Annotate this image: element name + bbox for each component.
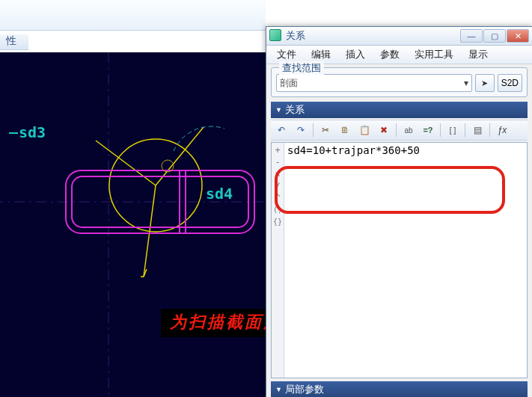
menu-params[interactable]: 参数 [376,46,404,63]
menu-file[interactable]: 文件 [272,46,301,63]
toolbar-separator [313,123,314,137]
side-tab-label[interactable]: 性 [0,34,28,50]
dim-label-sd4[interactable]: sd4 [206,185,233,203]
undo-button[interactable] [272,122,290,138]
minimize-button[interactable]: — [460,29,483,43]
toolbar-separator [440,123,441,137]
menu-show[interactable]: 显示 [464,46,492,63]
verify-icon [423,125,432,135]
brackets-icon [450,125,456,135]
find-scope-group: 查找范围 剖面 ▾ S2D [271,67,528,97]
scope-name-label: S2D [501,78,519,88]
menu-edit[interactable]: 编辑 [307,46,335,63]
relations-editor[interactable]: sd4=10+trajpar*360+50 [284,143,527,378]
toolbar-separator [396,123,397,137]
window-title: 关系 [286,29,305,43]
verify-button[interactable] [419,122,437,138]
paste-icon [359,125,370,135]
toolbar-separator [489,123,490,137]
dim-label-sd3[interactable]: sd3 [19,123,46,141]
svg-text:sd3: sd3 [19,123,46,141]
gutter-minus[interactable]: - [275,156,280,168]
cut-button[interactable] [317,122,334,138]
scope-combo-value: 剖面 [280,77,298,90]
brackets-button[interactable] [444,122,462,138]
rule-button[interactable] [468,122,486,138]
toolbar-separator [465,123,465,137]
relations-section-title: 关系 [285,103,305,117]
copy-icon [340,125,349,135]
editor-operator-gutter: + - × / ^ () {} [272,143,284,378]
relations-toolbar [271,120,528,141]
local-params-section-title: 局部参数 [285,383,324,396]
delete-button[interactable] [375,122,393,138]
menu-tools[interactable]: 实用工具 [410,46,458,63]
close-button[interactable]: ✕ [507,29,529,43]
svg-line-3 [96,141,156,185]
gutter-div[interactable]: / [275,180,280,192]
scissors-icon [322,125,329,135]
redo-icon [297,125,305,135]
gutter-brace[interactable]: {} [273,216,282,228]
rule-icon [474,125,482,135]
gutter-pow[interactable]: ^ [275,192,280,204]
scope-name-button[interactable]: S2D [498,74,522,92]
undo-icon [278,125,285,135]
scope-combo[interactable]: 剖面 ▾ [276,74,472,92]
collapse-triangle-icon: ▼ [275,106,282,114]
units-icon [404,125,412,135]
relations-editor-area: + - × / ^ () {} sd4=10+trajpar*360+50 [271,142,528,378]
sketch-viewport[interactable]: sd3 sd4 [0,52,280,397]
menu-insert[interactable]: 插入 [341,46,370,63]
relations-window: 关系 — ▢ ✕ 文件 编辑 插入 参数 实用工具 显示 查找范围 剖面 ▾ S… [266,26,532,397]
editor-line-1: sd4=10+trajpar*360+50 [287,144,524,156]
redo-button[interactable] [292,122,310,138]
collapse-triangle-icon: ▼ [275,386,282,393]
gutter-paren[interactable]: () [273,204,282,216]
function-button[interactable] [493,122,511,138]
maximize-button[interactable]: ▢ [483,29,506,43]
relations-section-header[interactable]: ▼ 关系 [271,102,528,118]
sketch-canvas: sd3 sd4 [0,52,280,397]
chevron-down-icon: ▾ [464,78,468,88]
local-params-section-header[interactable]: ▼ 局部参数 [271,381,528,397]
delete-icon [380,125,388,135]
svg-text:sd4: sd4 [206,185,233,203]
pick-arrow-icon [481,78,488,88]
main-ribbon-fragment [0,0,266,31]
find-scope-label: 查找范围 [279,61,324,75]
gutter-plus[interactable]: + [275,144,280,156]
units-button[interactable] [400,122,418,138]
copy-button[interactable] [336,122,354,138]
fx-icon [498,125,507,135]
pick-arrow-button[interactable] [475,74,495,92]
gutter-mult[interactable]: × [275,168,280,180]
window-titlebar[interactable]: 关系 — ▢ ✕ [266,27,532,46]
paste-button[interactable] [355,122,373,138]
window-icon [269,29,281,43]
